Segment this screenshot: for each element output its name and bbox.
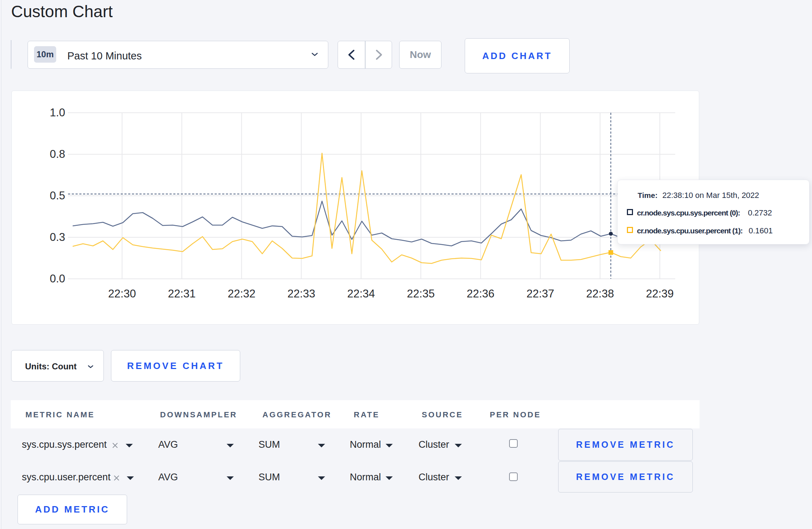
svg-text:22:36: 22:36 [467,287,495,300]
svg-text:1.0: 1.0 [50,106,65,119]
svg-text:22:37: 22:37 [526,287,554,300]
svg-text:0.8: 0.8 [50,148,65,160]
svg-text:22:39: 22:39 [646,287,674,300]
svg-text:22:33: 22:33 [287,287,315,300]
svg-text:22:35: 22:35 [407,287,435,300]
svg-text:22:32: 22:32 [228,287,256,300]
svg-text:22:30: 22:30 [108,287,136,300]
svg-text:0.3: 0.3 [50,231,65,243]
svg-text:22:34: 22:34 [347,287,375,300]
svg-text:0.5: 0.5 [50,189,65,202]
svg-text:22:31: 22:31 [168,287,196,300]
svg-text:0.0: 0.0 [50,272,65,285]
svg-text:22:38: 22:38 [586,287,614,300]
